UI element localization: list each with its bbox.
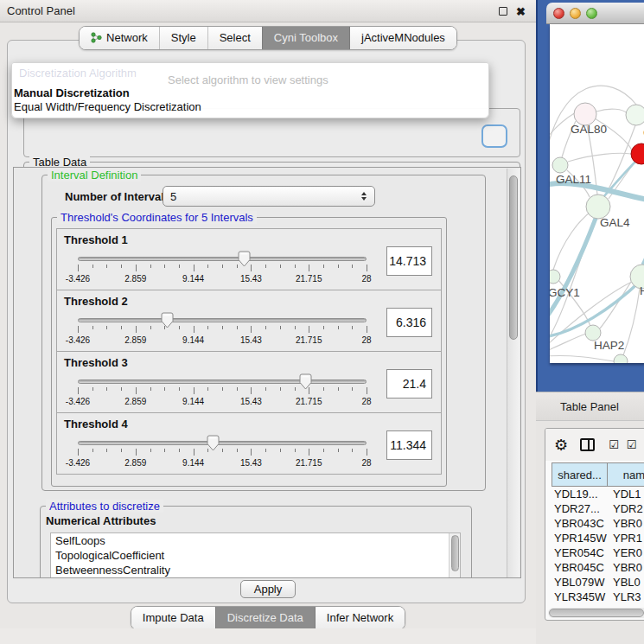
network-edge[interactable] — [623, 289, 640, 355]
tick-label: 28 — [361, 274, 371, 284]
node-label: GAL80 — [571, 123, 607, 136]
attribute-list-item[interactable]: TopologicalCoefficient — [51, 548, 460, 563]
threshold-value-field[interactable]: 6.316 — [386, 308, 432, 337]
threshold-label: Threshold 1 — [64, 233, 128, 246]
column-header-shared[interactable]: shared... — [552, 462, 608, 487]
network-node[interactable] — [586, 194, 610, 219]
close-icon[interactable]: ✖ — [516, 6, 526, 17]
number-of-intervals-spinner[interactable]: 5 — [163, 186, 375, 207]
network-node[interactable] — [631, 143, 644, 164]
settings-scrollbar[interactable] — [507, 169, 520, 578]
table-row[interactable]: YBR045C YBR0 — [552, 561, 644, 576]
tick-label: 9.144 — [182, 335, 204, 345]
tick-label: 15.43 — [240, 397, 262, 406]
tick-label: -3.426 — [66, 335, 90, 345]
tick-label: 2.859 — [124, 397, 146, 406]
slider-track[interactable] — [78, 318, 367, 322]
numerical-attributes-list[interactable]: SelfLoopsTopologicalCoefficientBetweenne… — [50, 532, 461, 578]
table-header-row: shared... name — [552, 462, 644, 487]
network-node[interactable] — [550, 270, 560, 284]
close-traffic-light[interactable] — [553, 8, 564, 19]
slider-track[interactable] — [78, 257, 367, 261]
float-window-icon[interactable] — [499, 7, 507, 16]
threshold-value-field[interactable]: 21.4 — [386, 369, 432, 399]
tick-label: 9.144 — [182, 458, 204, 468]
network-node[interactable] — [626, 105, 644, 125]
table-row[interactable]: YBL079W YBL0 — [552, 576, 644, 590]
tick-label: 2.859 — [124, 458, 146, 468]
tick-label: 21.715 — [296, 397, 322, 406]
right-pane: GAL80GACGAL11GAL4GCY1HHAP2 Table Panel ⚙… — [536, 0, 644, 644]
checkbox-icon-1[interactable]: ☑ — [609, 438, 619, 451]
threshold-panel: Threshold 1 -3.4262.8599.14415.4321.7152… — [56, 228, 442, 290]
control-panel: Control Panel ✖ Network Style Select Cyn… — [0, 0, 536, 644]
table-row[interactable]: YBR043C YBR0 — [552, 517, 644, 532]
slider-track[interactable] — [78, 441, 367, 445]
table-row[interactable]: YDL19... YDL1 — [552, 488, 644, 502]
bottom-tab-discretize-data[interactable]: Discretize Data — [215, 607, 315, 629]
slider-track[interactable] — [78, 379, 367, 384]
tick-label: 21.715 — [296, 274, 322, 284]
footer-area — [0, 628, 536, 644]
network-node[interactable] — [552, 157, 568, 173]
panel-title: Control Panel — [7, 4, 75, 17]
attributes-scrollbar[interactable] — [449, 533, 460, 578]
tick-label: 28 — [361, 335, 371, 345]
network-window-titlebar — [546, 3, 644, 24]
gear-icon[interactable]: ⚙ — [554, 436, 568, 455]
checkbox-icon-2[interactable]: ☑ — [627, 438, 637, 451]
network-edge[interactable] — [596, 109, 627, 113]
tab-style[interactable]: Style — [159, 27, 207, 49]
algorithm-menu-item[interactable]: Manual Discretization — [14, 86, 490, 100]
network-canvas[interactable]: GAL80GACGAL11GAL4GCY1HHAP2 — [550, 24, 644, 363]
node-label: GAL11 — [556, 173, 591, 186]
bottom-tab-infer-network[interactable]: Infer Network — [315, 607, 405, 629]
tab-jactivemnodules[interactable]: jActiveMNodules — [349, 27, 456, 49]
table-hscrollbar[interactable] — [548, 608, 644, 618]
threshold-slider[interactable]: -3.4262.8599.14415.4321.71528 — [78, 373, 367, 412]
threshold-panel: Threshold 2 -3.4262.8599.14415.4321.7152… — [56, 290, 442, 352]
tab-cyni-toolbox[interactable]: Cyni Toolbox — [262, 27, 349, 49]
bottom-tab-impute-data[interactable]: Impute Data — [131, 607, 215, 629]
threshold-label: Threshold 3 — [64, 356, 128, 369]
tab-network[interactable]: Network — [80, 27, 159, 49]
threshold-value-field[interactable]: 14.713 — [386, 246, 432, 276]
algorithm-combo-focus[interactable] — [481, 124, 507, 148]
number-of-intervals-value: 5 — [163, 190, 358, 203]
columns-icon[interactable] — [580, 438, 595, 451]
network-edge[interactable] — [600, 282, 631, 328]
table-row[interactable]: YDR27... YDR2 — [552, 502, 644, 517]
network-edge[interactable] — [550, 355, 614, 361]
slider-tick-labels: -3.4262.8599.14415.4321.71528 — [78, 274, 367, 284]
table-row[interactable]: YPR145W YPR1 — [552, 532, 644, 546]
attribute-list-item[interactable]: BetweennessCentrality — [51, 563, 460, 577]
threshold-slider[interactable]: -3.4262.8599.14415.4321.71528 — [78, 434, 367, 474]
threshold-value-field[interactable]: 11.344 — [386, 430, 432, 460]
tab-select[interactable]: Select — [207, 27, 262, 49]
threshold-label: Threshold 2 — [64, 295, 128, 308]
slider-ticks — [78, 265, 367, 272]
threshold-slider[interactable]: -3.4262.8599.14415.4321.71528 — [78, 311, 367, 351]
ghost-group-label: Discretization Algorithm — [19, 67, 137, 80]
tick-label: 28 — [361, 458, 371, 468]
tick-label: 9.144 — [182, 274, 204, 284]
table-row[interactable]: YER054C YER0 — [552, 546, 644, 561]
minimize-traffic-light[interactable] — [570, 8, 581, 19]
spinner-arrows-icon — [358, 192, 370, 201]
column-header-name[interactable]: name — [607, 462, 644, 487]
slider-tick-labels: -3.4262.8599.14415.4321.71528 — [78, 335, 367, 346]
network-node[interactable] — [614, 354, 628, 363]
algorithm-menu-item[interactable]: Equal Width/Frequency Discretization — [14, 100, 490, 114]
slider-ticks — [78, 387, 367, 395]
apply-button[interactable]: Apply — [240, 580, 296, 598]
tick-label: -3.426 — [66, 458, 90, 468]
table-row[interactable]: YLR345W YLR3 — [552, 590, 644, 605]
threshold-slider[interactable]: -3.4262.8599.14415.4321.71528 — [78, 250, 367, 290]
algorithm-dropdown-popup: Discretization Algorithm Select algorith… — [11, 62, 489, 118]
table-panel-title: Table Panel — [560, 400, 619, 413]
attributes-group-label: Attributes to discretize — [46, 500, 163, 513]
zoom-traffic-light[interactable] — [586, 8, 597, 19]
network-edge[interactable] — [550, 209, 599, 320]
attribute-list-item[interactable]: SelfLoops — [51, 533, 460, 548]
node-label: H — [640, 284, 644, 297]
